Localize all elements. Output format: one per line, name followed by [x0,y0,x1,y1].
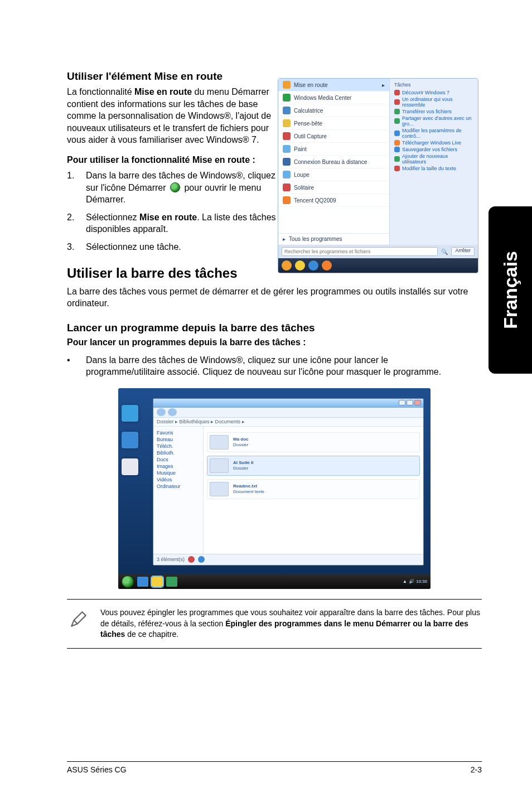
start-menu-right-pane: Tâches Découvrir Windows 7 Un ordinateur… [390,79,478,245]
sidebar-item[interactable]: Ordinateur [157,484,200,489]
taskbar-icon[interactable] [166,577,177,587]
app-icon [283,145,291,153]
taskbar-screenshot: Dossier ▸ Bibliothèques ▸ Documents ▸ Fa… [118,388,431,589]
orb-icon[interactable] [282,260,292,270]
taskbar-icon[interactable] [152,577,163,587]
start-menu-item[interactable]: Loupe [278,168,389,181]
task-icon [394,131,400,136]
task-link[interactable]: Partager avec d'autres avec un gro... [394,115,473,127]
app-icon [283,132,291,140]
forward-button[interactable] [168,408,177,416]
app-icon [283,94,291,102]
section3-bullets: • Dans la barre des tâches de Windows®, … [67,354,482,378]
sidebar-item[interactable]: Téléch. [157,443,200,449]
orb-icon[interactable] [322,260,332,270]
all-programs[interactable]: ▸ Tous les programmes [278,233,389,245]
app-icon [283,119,291,127]
app-icon [283,81,291,89]
tray-icon[interactable]: ▲ [403,579,407,584]
task-link[interactable]: Transférer vos fichiers [394,109,473,114]
dock-icon[interactable] [122,458,138,475]
start-menu-item[interactable]: Outil Capture [278,130,389,143]
file-row[interactable]: Ma docDossier [207,432,420,452]
sidebar-item[interactable]: Musique [157,470,200,476]
file-thumb-icon [210,482,229,496]
start-menu-item[interactable]: Pense-bête [278,117,389,130]
window-titlebar[interactable] [153,399,423,408]
start-menu-item[interactable]: Mise en route▸ [278,79,389,91]
sidebar-item[interactable]: Vidéos [157,477,200,482]
maximize-button[interactable] [407,400,413,405]
status-icon [198,556,205,563]
language-side-tab: Français [489,206,532,374]
minimize-button[interactable] [399,400,405,405]
section1-steps: 1. Dans la barre des tâches de Windows®,… [67,170,279,253]
status-text: 3 élément(s) [157,557,185,562]
tray-icon[interactable]: 🔊 [409,579,414,584]
note-box: Vous pouvez épingler les programmes que … [67,599,482,649]
search-icon[interactable]: 🔍 [441,249,448,255]
task-icon [394,90,400,95]
taskbar-icon[interactable] [137,577,148,587]
window-toolbar [153,408,423,418]
dock-icon[interactable] [122,432,138,448]
dock-icon[interactable] [122,405,138,422]
back-button[interactable] [157,408,166,416]
app-icon [283,196,291,204]
explorer-window: Dossier ▸ Bibliothèques ▸ Documents ▸ Fa… [153,398,424,566]
orb-icon[interactable] [295,260,305,270]
footer-right: 2-3 [471,765,482,774]
section1-intro: La fonctionnalité Mise en route du menu … [67,86,279,146]
file-row[interactable]: AI Suite IIDossier [207,456,420,476]
status-icon [188,556,195,563]
file-row[interactable]: Readme.txtDocument texte [207,479,420,499]
note-pen-icon [67,607,90,640]
address-bar[interactable]: Dossier ▸ Bibliothèques ▸ Documents ▸ [153,418,423,427]
start-menu-search-row: 🔍 Arrêter [278,245,478,258]
tasks-header: Tâches [394,82,473,88]
section3-title: Lancer un programme depuis la barre des … [67,322,482,334]
start-menu-item[interactable]: Connexion Bureau à distance [278,156,389,168]
start-menu-item[interactable]: Tencent QQ2009 [278,194,389,207]
task-icon [394,109,400,114]
step-2: 2. Sélectionnez Mise en route. La liste … [67,211,279,235]
start-button[interactable] [122,576,134,588]
start-menu-left-pane: Mise en route▸ Windows Media Center Calc… [278,79,390,245]
task-icon [394,118,400,124]
sidebar-item[interactable]: Biblioth. [157,450,200,456]
start-menu-orbs [278,258,478,273]
task-link[interactable]: Modifier les paramètres de contrô... [394,128,473,139]
close-button[interactable] [414,400,421,405]
start-menu-item[interactable]: Calculatrice [278,104,389,117]
task-link[interactable]: Modifier la taille du texte [394,166,473,171]
task-icon [394,140,400,146]
explorer-main: Ma docDossier AI Suite IIDossier Readme.… [204,427,423,554]
shutdown-button[interactable]: Arrêter [451,247,475,256]
task-link[interactable]: Sauvegarder vos fichiers [394,147,473,152]
bullet-item: • Dans la barre des tâches de Windows®, … [67,354,482,378]
start-orb-icon [170,182,180,192]
page: Français Utiliser l'élément Mise en rout… [0,0,532,802]
file-thumb-icon [210,435,229,450]
start-menu-item[interactable]: Solitaire [278,181,389,194]
section3-howto: Pour lancer un programmes depuis la barr… [67,337,482,347]
sidebar-item[interactable]: Images [157,463,200,469]
tray-clock[interactable]: 10:30 [416,579,427,584]
sidebar-item[interactable]: Docs [157,457,200,462]
search-input[interactable] [282,247,438,256]
orb-icon[interactable] [308,260,318,270]
task-link[interactable]: Découvrir Windows 7 [394,90,473,95]
sidebar-item[interactable]: Bureau [157,437,200,442]
task-icon [394,147,400,152]
footer-left: ASUS Séries CG [67,765,127,774]
app-icon [283,183,291,191]
start-menu-item[interactable]: Paint [278,143,389,156]
task-link[interactable]: Télécharger Windows Live [394,140,473,146]
sidebar-item[interactable]: Favoris [157,430,200,436]
task-icon [394,99,400,105]
start-menu-item[interactable]: Windows Media Center [278,91,389,104]
file-thumb-icon [210,458,229,473]
system-tray[interactable]: ▲ 🔊 10:30 [403,579,427,584]
task-link[interactable]: Ajouter de nouveaux utilisateurs [394,153,473,165]
task-link[interactable]: Un ordinateur qui vous ressemble [394,96,473,108]
